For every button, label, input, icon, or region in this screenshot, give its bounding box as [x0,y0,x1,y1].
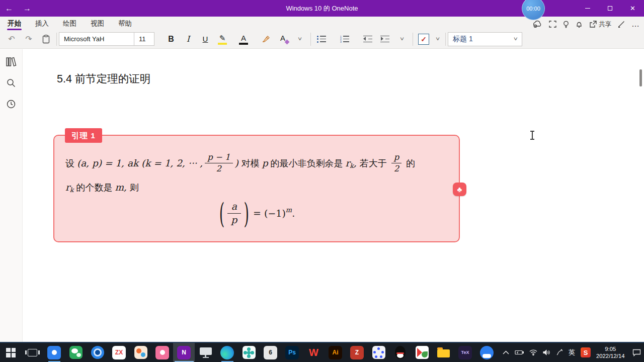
battery-icon[interactable] [515,350,524,355]
classroom-app[interactable] [411,343,433,362]
messenger-app[interactable] [43,343,65,362]
divider [56,33,57,46]
ink-pen-icon[interactable] [556,349,563,356]
restore-button[interactable] [599,0,621,17]
paint-app[interactable] [130,343,151,362]
font-size-select[interactable]: 11 [134,32,154,46]
tab-view[interactable]: 视图 [90,17,105,30]
undo-button[interactable]: ↶ [3,32,20,47]
qq-browser-icon [480,346,494,359]
page-canvas[interactable]: 5.4 前节定理的证明 引理 1 ♣ 设 (a, p) = 1, ak (k =… [23,49,644,342]
paste-button[interactable] [37,32,54,47]
file-explorer[interactable] [433,343,454,362]
legendre-denominator: p [227,214,241,227]
redo-button[interactable]: ↷ [20,32,37,47]
outdent-button[interactable] [359,32,376,47]
volume-icon[interactable] [543,349,550,355]
math-segment: p [262,158,268,168]
font-color-button[interactable]: A [235,32,252,47]
ribbon-toolbar: ↶ ↷ Microsoft YaH 11 B I U ✎ A A ˅ [0,30,644,48]
z-reader-app-icon: Z [350,346,364,359]
tab-help[interactable]: 帮助 [118,17,132,30]
numbered-list-button[interactable]: 123 [336,32,353,47]
pink-app[interactable] [151,343,173,362]
math-segment: (a, p) = 1, ak (k = 1, 2, ··· , [77,158,203,168]
font-name-select[interactable]: Microsoft YaH [59,32,134,46]
photoshop-app[interactable]: Ps [281,343,303,362]
sketchpad-app-icon: 6 [264,346,277,359]
lightbulb-icon[interactable] [563,21,569,28]
format-painter-button[interactable] [257,32,274,47]
club-badge-button[interactable]: ♣ [453,183,466,196]
math-segment: 则 [130,183,139,193]
qq-app[interactable] [389,343,411,362]
fullscreen-icon[interactable] [549,21,556,28]
inline-fraction: p2 [391,152,402,174]
geogebra-app[interactable] [368,343,389,362]
style-chevron-icon: ˅ [514,36,518,42]
dingtalk-app[interactable] [87,343,108,362]
tray-clock[interactable]: 9:05 2022/12/14 [596,345,625,359]
task-view-button[interactable] [22,343,43,362]
z-reader-app[interactable]: Z [346,343,368,362]
share-button[interactable]: 共享 [589,20,611,29]
classroom-app-icon [416,346,429,359]
sync-cloud-icon[interactable] [532,21,542,28]
math-segment: 对模 [242,158,262,168]
edge-browser[interactable] [216,343,238,362]
notebooks-icon[interactable] [4,55,18,68]
wechat-app-icon [69,346,83,359]
vertical-scrollbar[interactable] [639,69,642,86]
italic-button[interactable]: I [180,32,197,47]
tab-home[interactable]: 开始 [7,17,22,30]
math-segment: k [350,162,354,169]
style-select[interactable]: 标题 1 ˅ [448,32,522,46]
remote-desktop-app[interactable] [195,343,216,362]
geogebra-app-icon [372,346,385,359]
tex-app[interactable]: TeX [454,343,476,362]
recent-icon[interactable] [4,98,18,111]
bold-button[interactable]: B [163,32,180,47]
wifi-icon[interactable] [529,349,537,355]
pen-mode-icon[interactable] [618,21,625,28]
paragraph-more-chevron[interactable]: ˅ [390,32,414,47]
search-icon[interactable] [4,76,18,89]
legendre-numerator: a [227,200,241,214]
wechat-app[interactable] [65,343,87,362]
action-center-icon[interactable] [632,349,641,356]
tab-draw[interactable]: 绘图 [62,17,77,30]
ime-indicator[interactable]: 英 [569,348,575,357]
close-button[interactable]: ✕ [621,0,644,17]
onenote-app[interactable]: N [173,343,195,362]
bullet-list-button[interactable] [313,32,330,47]
formula-equals: = (−1) [253,208,286,219]
zx-app[interactable]: ZX [108,343,130,362]
math-segment: 的 [404,158,415,168]
qq-browser[interactable] [476,343,498,362]
highlight-button[interactable]: ✎ [214,32,231,47]
ribbon-right-icons: 共享 … [532,20,640,29]
start-button[interactable] [0,343,22,362]
remote-desktop-app-icon [200,347,212,355]
messenger-app-icon [47,346,61,359]
sogou-ime-icon[interactable]: S [581,347,591,357]
tray-chevron-icon[interactable] [503,350,509,354]
wps-app-icon: W [307,346,320,359]
math-segment: m [115,182,124,193]
tag-chevron[interactable]: ˅ [430,32,446,47]
font-more-chevron[interactable]: ˅ [288,32,312,47]
underline-button[interactable]: U [197,32,214,47]
illustrator-app-icon: Ai [329,346,342,359]
lemma-body: 设 (a, p) = 1, ak (k = 1, 2, ··· ,p − 12)… [54,136,459,226]
illustrator-app[interactable]: Ai [325,343,346,362]
petals-app[interactable] [238,343,260,362]
wps-app[interactable]: W [303,343,325,362]
more-options-icon[interactable]: … [631,20,640,29]
tab-insert[interactable]: 插入 [35,17,49,30]
minimize-button[interactable] [576,0,599,17]
dingtalk-app-icon [91,346,104,359]
notifications-icon[interactable] [576,21,583,28]
right-paren: ) [244,197,250,229]
math-segment: , [354,158,360,168]
sketchpad-app[interactable]: 6 [260,343,281,362]
